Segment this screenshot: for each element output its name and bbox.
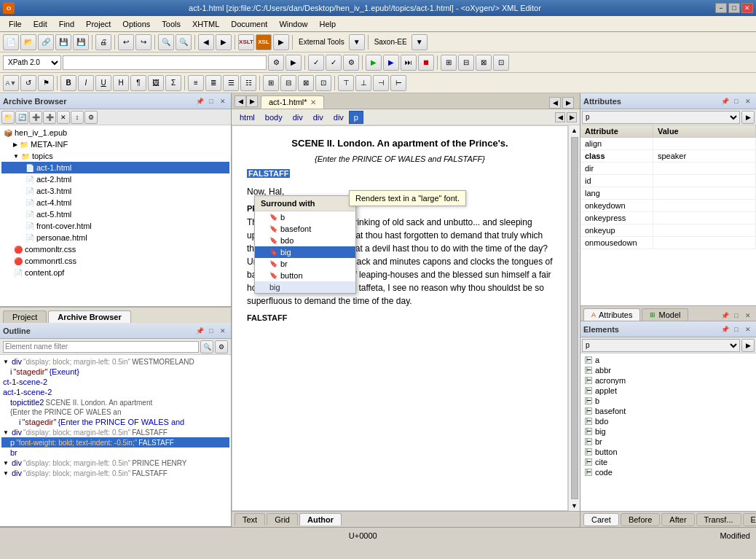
bc-body[interactable]: body	[260, 111, 288, 124]
archive-act3[interactable]: 📄 act-3.html	[1, 185, 229, 197]
table-btn1[interactable]: ⊞	[263, 75, 279, 91]
menu-find[interactable]: Find	[53, 18, 80, 30]
bc-div2[interactable]: div	[308, 111, 328, 124]
outline-pin[interactable]: 📌	[194, 326, 205, 336]
surround-item-br[interactable]: 🔖 br	[255, 258, 355, 270]
split-join1[interactable]: ⊤	[338, 75, 354, 91]
redo-button[interactable]: ↪	[135, 34, 151, 50]
surround-item-bdo[interactable]: 🔖 bdo	[255, 235, 355, 246]
archive-topics[interactable]: ▼ 📁 topics	[1, 150, 229, 162]
tab-entities[interactable]: Entities	[743, 513, 757, 526]
elem-acronym[interactable]: ⊢ acronym	[582, 375, 755, 386]
attr-val-id[interactable]	[653, 175, 756, 187]
open-button[interactable]: 📂	[20, 34, 36, 50]
outline-max[interactable]: □	[206, 326, 216, 336]
transform-button[interactable]: ▶	[273, 34, 289, 50]
attr-element-select[interactable]: p	[582, 111, 740, 124]
archive-meta-inf[interactable]: ▶ 📁 META-INF	[1, 138, 229, 150]
outline-item-7[interactable]: i "stagedir" {Enter the PRINCE OF WALES …	[1, 417, 229, 427]
surround-item-button[interactable]: 🔖 button	[255, 270, 355, 281]
surround-item-basefont[interactable]: 🔖 basefont	[255, 223, 355, 235]
outline-item-12[interactable]: ▼ div "display: block; margin-left: 0.5i…	[1, 468, 229, 478]
elem-pin[interactable]: 📌	[720, 324, 730, 335]
tab-caret[interactable]: Caret	[583, 513, 619, 526]
attr-row-class[interactable]: class speaker	[580, 150, 756, 163]
xpath-version-select[interactable]: XPath 2.0	[3, 55, 61, 70]
attr-model-close[interactable]: ✕	[743, 310, 753, 321]
split-h[interactable]: ⊞	[441, 55, 457, 71]
underline-btn[interactable]: U	[95, 75, 111, 91]
xslt-button[interactable]: XSL	[256, 34, 272, 50]
archive-max-button[interactable]: □	[206, 96, 216, 106]
maximize-button[interactable]: □	[728, 3, 740, 13]
tools-dropdown[interactable]: ▼	[349, 34, 365, 50]
elem-bdo[interactable]: ⊢ bdo	[582, 416, 755, 426]
outline-item-9[interactable]: p "font-weight: bold; text-indent: -0.5i…	[1, 437, 229, 447]
center-nav-right[interactable]: ▶	[562, 97, 574, 109]
archive-root[interactable]: 📦 hen_iv_1.epub	[1, 127, 229, 138]
list-btn2[interactable]: ≣	[205, 75, 221, 91]
center-nav-left[interactable]: ◀	[549, 97, 561, 109]
split-3[interactable]: ⊠	[476, 55, 492, 71]
menu-file[interactable]: File	[3, 18, 28, 30]
format-btn2[interactable]: ↺	[20, 75, 36, 91]
archive-tb4[interactable]: ➕	[43, 111, 56, 124]
tab-nav-right[interactable]: ▶	[246, 95, 258, 107]
minimize-button[interactable]: −	[715, 3, 727, 13]
archive-tb1[interactable]: 📁	[1, 111, 15, 124]
table-btn3[interactable]: ⊠	[298, 75, 314, 91]
elem-select[interactable]: p	[582, 339, 740, 352]
archive-front-cover[interactable]: 📄 front-cover.html	[1, 220, 229, 232]
attr-val-class[interactable]: speaker	[653, 150, 756, 162]
outline-item-2[interactable]: i "stagedir" {Exeunt}	[1, 367, 229, 377]
outline-search-btn[interactable]: 🔍	[200, 340, 213, 353]
tab-text[interactable]: Text	[235, 513, 265, 525]
table-btn4[interactable]: ⊡	[315, 75, 331, 91]
scroll-down[interactable]: ▼	[570, 501, 579, 511]
window-controls[interactable]: − □ ✕	[715, 3, 753, 13]
outline-item-10[interactable]: br	[1, 447, 229, 458]
tab-model[interactable]: ⊞ Model	[642, 308, 688, 321]
tab-archive-browser[interactable]: Archive Browser	[48, 310, 130, 323]
archive-close-button[interactable]: ✕	[218, 96, 228, 106]
scroll-left[interactable]: ◀	[555, 112, 565, 122]
attr-row-id[interactable]: id	[580, 175, 756, 187]
xpath-input[interactable]	[63, 55, 267, 70]
surround-item-big[interactable]: 🔖 big	[255, 246, 355, 258]
bold-btn[interactable]: B	[60, 75, 76, 91]
find-replace-button[interactable]: 🔍	[176, 34, 192, 50]
outline-close[interactable]: ✕	[218, 326, 228, 336]
archive-settings[interactable]: ⚙	[84, 111, 98, 124]
open-url-button[interactable]: 🔗	[38, 34, 54, 50]
attr-row-onkeypress[interactable]: onkeypress	[580, 212, 756, 224]
attr-model-pin[interactable]: 📌	[720, 310, 730, 321]
archive-act4[interactable]: 📄 act-4.html	[1, 197, 229, 208]
doc-scrollbar[interactable]: ▲ ▼	[568, 125, 580, 511]
format-btn1[interactable]: A▼	[3, 75, 19, 91]
bc-html[interactable]: html	[235, 111, 260, 124]
outline-header-controls[interactable]: 📌 □ ✕	[194, 326, 228, 336]
elem-br[interactable]: ⊢ br	[582, 437, 755, 447]
scroll-up[interactable]: ▲	[570, 125, 579, 136]
menu-xhtml[interactable]: XHTML	[186, 18, 225, 30]
tab-transf[interactable]: Transf...	[696, 513, 741, 526]
validate-schema[interactable]: ⚙	[343, 55, 359, 71]
archive-personae[interactable]: 📄 personae.html	[1, 232, 229, 243]
sigma-btn[interactable]: Σ	[165, 75, 181, 91]
back-button[interactable]: ◀	[198, 34, 214, 50]
step-btn[interactable]: ⏭	[401, 55, 417, 71]
split-4[interactable]: ⊡	[493, 55, 509, 71]
elem-max[interactable]: □	[731, 324, 741, 335]
list-btn1[interactable]: ≡	[188, 75, 204, 91]
attr-val-dir[interactable]	[653, 163, 756, 174]
table-btn2[interactable]: ⊟	[280, 75, 296, 91]
archive-act1[interactable]: 📄 act-1.html	[1, 162, 229, 173]
find-button[interactable]: 🔍	[158, 34, 174, 50]
menu-tools[interactable]: Tools	[156, 18, 186, 30]
elem-controls[interactable]: 📌 □ ✕	[720, 324, 753, 335]
tab-after[interactable]: After	[661, 513, 694, 526]
elem-cite[interactable]: ⊢ cite	[582, 457, 755, 467]
attr-nav-btn[interactable]: ▶	[741, 111, 755, 124]
split-join2[interactable]: ⊥	[355, 75, 371, 91]
elem-basefont[interactable]: ⊢ basefont	[582, 406, 755, 416]
